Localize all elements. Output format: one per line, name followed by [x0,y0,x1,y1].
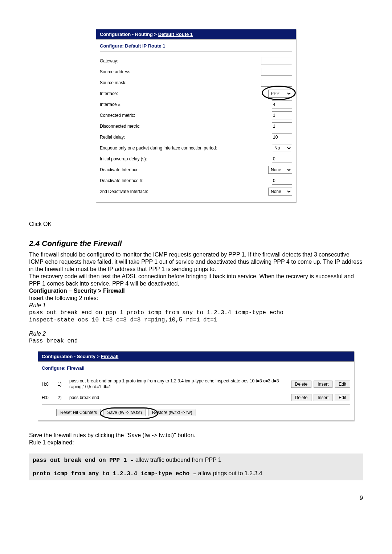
disc-metric-label: Disconnected metric: [100,124,140,129]
interface-label: Interface: [100,91,118,96]
paragraph-1: The firewall should be configured to mon… [29,251,363,273]
breadcrumb-link[interactable]: Firewall [101,354,118,359]
redial-input[interactable] [272,133,292,141]
edit-button[interactable]: Edit [335,394,350,401]
route-breadcrumb: Configuration - Routing > Default Route … [96,29,296,40]
rule-text: pass break end [69,395,286,401]
annotation-circle [262,86,296,100]
paragraph-2: The recovery code will then test the ADS… [29,273,363,287]
deact-if-num-input[interactable] [272,177,292,185]
page-number: 9 [29,495,363,501]
conn-metric-label: Connected metric: [100,113,135,118]
route-config-panel: Configuration - Routing > Default Route … [96,29,296,202]
interface-num-label: Interface #: [100,102,122,107]
rule2-code: Pass break end [29,337,363,345]
rule1-code: pass out break end on ppp 1 proto icmp f… [29,309,363,324]
breadcrumb-link[interactable]: Default Route 1 [158,32,193,37]
rule1-label: Rule 1 [29,302,363,309]
route-section-title: Configure: Default IP Route 1 [96,40,296,51]
powerup-input[interactable] [272,155,292,163]
src-addr-input[interactable] [261,68,292,76]
save-instruction: Save the firewall rules by clicking the … [29,432,363,439]
insert-button[interactable]: Insert [314,381,332,388]
rule-index: 2) [58,395,64,400]
rule1-explained-label: Rule 1 explained: [29,439,363,446]
annotation-oval [100,407,158,419]
hit-counter: H:0 [42,382,53,387]
deact-if2-select[interactable]: None [268,188,292,196]
gateway-input[interactable] [261,57,292,65]
config-path: Configuration – Security > Firewall [29,287,363,295]
edit-button[interactable]: Edit [335,381,350,388]
conn-metric-input[interactable] [272,111,292,119]
gateway-label: Gateway: [100,58,118,63]
firewall-panel: Configuration - Security > Firewall Conf… [38,351,354,421]
firewall-section-title: Configure: Firewall [38,362,354,373]
deact-if-label: Deactivate Interface: [100,167,140,172]
src-addr-label: Source address: [100,69,131,74]
deact-if-num-label: Deactivate Interface #: [100,178,143,183]
breadcrumb-text: Configuration - Routing [100,32,153,37]
rule2-label: Rule 2 [29,330,363,337]
disc-metric-input[interactable] [272,122,292,130]
delete-button[interactable]: Delete [291,381,312,388]
redial-label: Redial delay: [100,135,125,140]
firewall-breadcrumb: Configuration - Security > Firewall [38,352,354,362]
explain-text-1: allow traffic outbound from PPP 1 [134,457,221,463]
powerup-label: Initial powerup delay (s): [100,156,147,161]
section-heading: 2.4 Configure the Firewall [29,239,363,248]
deact-if2-label: 2nd Deactivate Interface: [100,189,148,194]
reset-hit-counters-button[interactable]: Reset Hit Counters [56,409,101,416]
rule-text: pass out break end on ppp 1 proto icmp f… [69,378,286,390]
insert-instruction: Insert the following 2 rules: [29,295,363,302]
delete-button[interactable]: Delete [291,394,312,401]
explain-code-2: proto icmp from any to 1.2.3.4 icmp-type… [33,471,196,477]
enqueue-select[interactable]: No [272,144,292,152]
explain-text-2: allow pings out to 1.2.3.4 [196,470,262,476]
firewall-rule-row: H:0 2) pass break end Delete Insert Edit [38,392,354,403]
enqueue-label: Enqueue only one packet during interface… [100,145,217,151]
firewall-rule-row: H:0 1) pass out break end on ppp 1 proto… [38,376,354,392]
insert-button[interactable]: Insert [314,394,332,401]
breadcrumb-text: Configuration - Security [42,354,95,359]
deact-if-select[interactable]: None [268,166,292,174]
explanation-block: pass out break end on PPP 1 – allow traf… [29,454,363,480]
hit-counter: H:0 [42,395,53,400]
rule-index: 1) [58,382,64,387]
interface-num-input[interactable] [272,100,292,108]
src-mask-label: Source mask: [100,80,126,85]
click-ok-text: Click OK [29,221,363,228]
explain-code-1: pass out break end on PPP 1 – [33,457,134,464]
